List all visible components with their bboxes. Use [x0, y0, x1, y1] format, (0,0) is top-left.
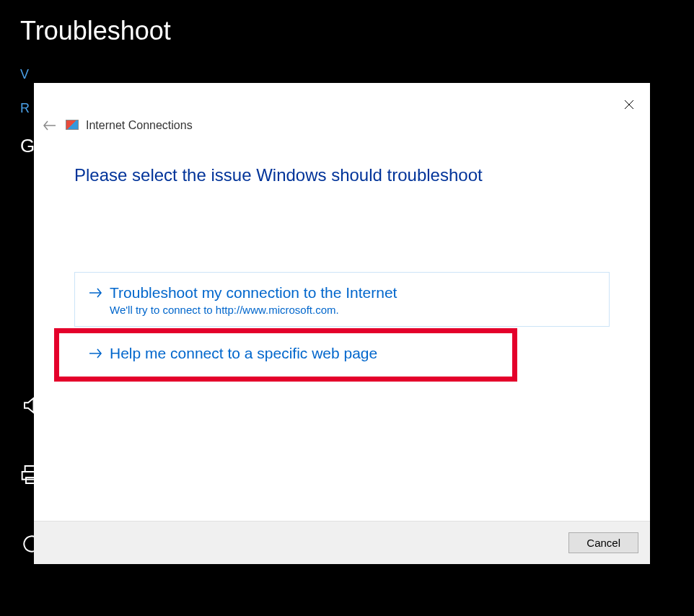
option-specific-webpage[interactable]: Help me connect to a specific web page — [54, 328, 517, 381]
page-title: Troubleshoot — [20, 16, 674, 46]
arrow-right-icon — [88, 287, 102, 302]
dialog-heading: Please select the issue Windows should t… — [74, 165, 610, 185]
troubleshooter-app-icon — [64, 119, 80, 132]
close-button[interactable] — [618, 94, 640, 115]
cancel-button[interactable]: Cancel — [568, 532, 638, 553]
bg-link-1[interactable]: V — [20, 66, 674, 83]
wizard-title: Internet Connections — [86, 119, 193, 132]
option-title: Troubleshoot my connection to the Intern… — [110, 283, 596, 302]
close-icon — [624, 100, 634, 110]
option-subtitle: We'll try to connect to http://www.micro… — [110, 304, 596, 316]
troubleshoot-dialog: Internet Connections Please select the i… — [34, 83, 650, 564]
dialog-content: Please select the issue Windows should t… — [34, 136, 650, 521]
wizard-nav: Internet Connections — [34, 115, 650, 136]
dialog-header — [34, 83, 650, 115]
arrow-left-icon — [43, 120, 57, 131]
option-title: Help me connect to a specific web page — [110, 343, 499, 363]
back-button[interactable] — [41, 117, 58, 134]
arrow-right-icon — [88, 348, 102, 362]
option-troubleshoot-internet[interactable]: Troubleshoot my connection to the Intern… — [74, 272, 610, 327]
dialog-footer: Cancel — [34, 521, 650, 564]
